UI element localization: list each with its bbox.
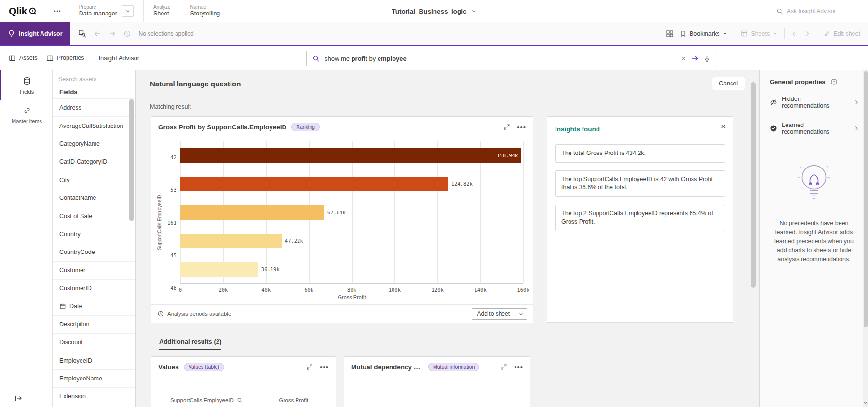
- bar[interactable]: [180, 205, 324, 220]
- field-item[interactable]: Customer: [53, 261, 135, 279]
- field-item[interactable]: EmployeeID: [53, 351, 135, 369]
- field-item[interactable]: Address: [53, 98, 135, 116]
- hidden-recommendations-label: Hidden recommendations: [782, 96, 849, 109]
- scroll-down-chevron-icon[interactable]: [863, 400, 868, 406]
- nlq-search-box[interactable]: show me profit by employee ✕: [306, 51, 717, 66]
- step-back-button[interactable]: [94, 30, 101, 38]
- assets-label: Assets: [19, 55, 38, 61]
- bar[interactable]: [180, 234, 282, 248]
- field-item-label: CustomerID: [59, 285, 92, 292]
- main-scrollbar[interactable]: [751, 82, 756, 288]
- calendar-icon: [59, 303, 66, 309]
- expand-icon[interactable]: [503, 124, 510, 130]
- sheets-button[interactable]: Sheets: [741, 30, 778, 37]
- hidden-recommendations-row[interactable]: Hidden recommendations: [760, 89, 868, 115]
- field-item[interactable]: CatID-CategoryID: [53, 153, 135, 170]
- mutual-card-menu-icon[interactable]: •••: [514, 364, 523, 371]
- bar[interactable]: [180, 262, 258, 277]
- properties-scrollbar-thumb[interactable]: [864, 71, 868, 327]
- close-icon[interactable]: ✕: [720, 123, 726, 130]
- values-card-title: Values: [158, 364, 179, 371]
- field-item-label: City: [59, 177, 70, 183]
- properties-scrollbar[interactable]: [863, 70, 868, 407]
- column-search-icon[interactable]: [237, 397, 243, 403]
- field-item[interactable]: CustomerID: [53, 279, 135, 297]
- next-sheet-button[interactable]: [804, 30, 811, 37]
- selections-tool-button[interactable]: [78, 29, 86, 38]
- field-item[interactable]: Country: [53, 225, 135, 243]
- chevron-right-icon: [854, 99, 859, 105]
- field-item[interactable]: Discount: [53, 333, 135, 351]
- assets-toggle-button[interactable]: Assets: [9, 55, 38, 62]
- chevron-right-icon: [854, 126, 859, 131]
- chart-title: Gross Profit by SupportCalls.EmployeeID: [158, 124, 286, 131]
- field-item[interactable]: ContactName: [53, 189, 135, 207]
- field-item[interactable]: Description: [53, 315, 135, 333]
- field-item-label: Cost of Sale: [59, 213, 92, 220]
- values-col1-header[interactable]: SupportCalls.EmployeeID: [170, 397, 234, 403]
- insight-advisor-title: Insight Advisor: [99, 55, 140, 62]
- query-part-bold: profit: [352, 55, 367, 62]
- add-to-sheet-button[interactable]: Add to sheet: [472, 308, 527, 320]
- help-icon[interactable]: ?: [830, 78, 838, 85]
- rail-tab-fields[interactable]: Fields: [0, 70, 52, 100]
- app-title[interactable]: Tutorial_Business_logic: [392, 8, 466, 15]
- category-axis: 42531614548: [163, 141, 180, 304]
- mutual-dependency-card: Mutual dependency bet... Mutual informat…: [344, 356, 530, 407]
- field-item[interactable]: Date: [53, 297, 135, 315]
- show-charts-grid-icon[interactable]: [666, 30, 674, 38]
- divider: [817, 28, 817, 39]
- submit-query-icon[interactable]: [691, 55, 699, 62]
- insights-panel: Insights found ✕ The total Gross Profit …: [547, 116, 733, 323]
- rail-tab-label: Fields: [20, 89, 34, 95]
- field-item[interactable]: EmployeeName: [53, 369, 135, 387]
- learned-recommendations-row[interactable]: Learned recommendations: [760, 115, 868, 141]
- clear-selections-button[interactable]: [123, 30, 131, 38]
- field-item[interactable]: CategoryName: [53, 135, 135, 153]
- chart-menu-icon[interactable]: •••: [517, 124, 526, 131]
- values-col2-header[interactable]: Gross Profit: [257, 397, 331, 403]
- axis-tick-label: 40k: [261, 287, 271, 293]
- field-item-label: CategoryName: [59, 140, 100, 147]
- clear-query-icon[interactable]: ✕: [681, 55, 686, 62]
- field-item[interactable]: AverageCallSatisfaction: [53, 116, 135, 134]
- insight-item: The top SupportCalls.EmployeeID is 42 wi…: [555, 170, 725, 197]
- field-item-label: CountryCode: [59, 249, 95, 255]
- tab-additional-results[interactable]: Additional results (2): [159, 338, 221, 350]
- bookmarks-button[interactable]: Bookmarks: [680, 30, 728, 37]
- step-forward-button[interactable]: [108, 30, 116, 38]
- insight-advisor-button[interactable]: Insight Advisor: [0, 22, 70, 45]
- expand-icon[interactable]: [306, 364, 313, 370]
- previous-sheet-button[interactable]: [791, 30, 798, 37]
- field-item-label: Extension: [59, 393, 86, 400]
- bar-value-label: 47.22k: [285, 238, 303, 244]
- bar[interactable]: [180, 177, 448, 191]
- search-assets-input[interactable]: [58, 76, 126, 83]
- field-item[interactable]: Extension: [53, 387, 135, 405]
- microphone-icon[interactable]: [704, 55, 711, 62]
- field-item[interactable]: CountryCode: [53, 243, 135, 261]
- field-item[interactable]: Cost of Sale: [53, 207, 135, 225]
- lightbulb-illustration: [791, 161, 837, 207]
- rail-tab-master-items[interactable]: Master items: [0, 100, 52, 129]
- edit-sheet-button[interactable]: Edit sheet: [824, 30, 860, 37]
- axis-tick-label: 120k: [432, 287, 444, 293]
- assets-scrollbar[interactable]: [129, 99, 134, 221]
- nlq-query-text[interactable]: show me profit by employee: [325, 55, 676, 62]
- selections-toolbar: Insight Advisor No selections applied Bo…: [0, 22, 868, 46]
- field-item[interactable]: City: [53, 171, 135, 189]
- add-to-sheet-chevron-icon[interactable]: [515, 309, 527, 319]
- values-table-badge: Values (table): [184, 363, 224, 371]
- values-table-header: SupportCalls.EmployeeID Gross Profit: [151, 397, 336, 403]
- cancel-button[interactable]: Cancel: [712, 77, 745, 90]
- collapse-panel-icon[interactable]: [14, 394, 22, 402]
- field-item-label: EmployeeName: [59, 375, 102, 382]
- bar[interactable]: 158.94k: [180, 148, 521, 163]
- values-card-menu-icon[interactable]: •••: [320, 364, 329, 371]
- field-item-label: Country: [59, 231, 81, 238]
- bookmark-icon: [680, 30, 687, 37]
- properties-toggle-button[interactable]: Properties: [46, 55, 84, 62]
- query-part-bold: employee: [378, 55, 407, 62]
- app-title-chevron-down-icon[interactable]: [471, 8, 476, 14]
- expand-icon[interactable]: [501, 364, 507, 370]
